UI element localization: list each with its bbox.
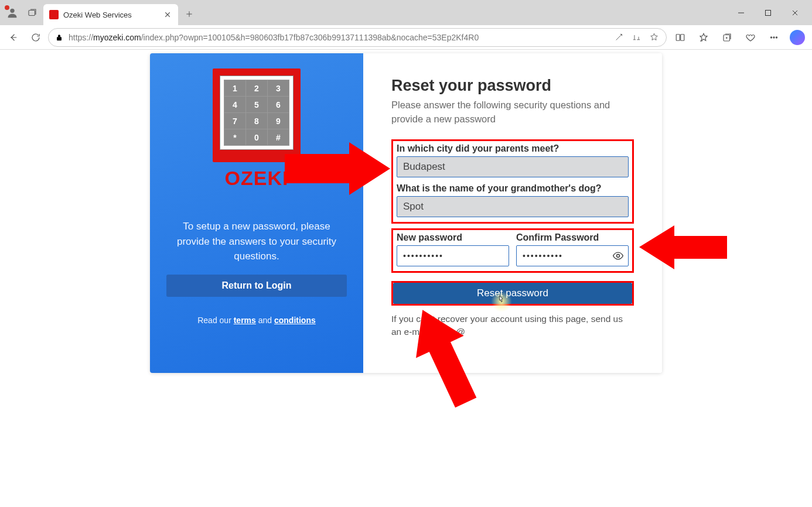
svg-point-10: [617, 254, 620, 257]
window-minimize[interactable]: [728, 4, 755, 22]
profile-notify-dot: [5, 5, 9, 10]
page-title: Reset your password: [391, 77, 634, 95]
left-description: To setup a new password, please provide …: [166, 219, 347, 264]
confirm-password-label: Confirm Password: [516, 232, 629, 243]
reader-button[interactable]: [612, 31, 625, 44]
password-box: New password Confirm Password: [391, 228, 634, 273]
heart-pulse-icon: [745, 32, 756, 43]
new-password-input[interactable]: [397, 245, 509, 266]
arrow-left-icon: [8, 32, 19, 43]
performance-button[interactable]: [739, 28, 762, 47]
tab-title: Ozeki Web Services: [63, 11, 158, 19]
star-list-icon: [698, 32, 709, 43]
lock-icon: [54, 33, 64, 42]
favorites-add-button[interactable]: [647, 31, 660, 44]
question-1-input[interactable]: [397, 156, 629, 177]
reveal-password-button[interactable]: [612, 250, 624, 262]
browser-titlebar: Ozeki Web Services: [0, 0, 812, 25]
browser-toolbar: https://myozeki.com/index.php?owpn=10010…: [0, 25, 812, 50]
new-tab-button[interactable]: [180, 5, 198, 23]
text-size-icon: [632, 32, 642, 42]
site-permissions-button[interactable]: [54, 33, 64, 42]
svg-point-0: [10, 8, 14, 12]
settings-menu-button[interactable]: [763, 28, 785, 47]
plus-icon: [185, 9, 194, 19]
security-questions-box: In which city did your parents meet? Wha…: [391, 139, 634, 224]
return-login-button[interactable]: Return to Login: [166, 275, 347, 297]
new-password-label: New password: [397, 232, 509, 243]
svg-rect-2: [766, 10, 771, 15]
maximize-icon: [765, 9, 772, 16]
svg-marker-12: [639, 225, 727, 269]
svg-marker-11: [285, 142, 390, 195]
toolbar-right: [669, 28, 808, 47]
conditions-link[interactable]: conditions: [274, 316, 316, 325]
question-2-input[interactable]: [397, 196, 629, 217]
url-text: https://myozeki.com/index.php?owpn=10010…: [69, 33, 608, 42]
left-footer: Read our terms and conditions: [197, 316, 316, 325]
svg-point-7: [770, 36, 772, 37]
reset-button-box: Reset password: [391, 281, 634, 306]
split-screen-button[interactable]: [669, 28, 691, 47]
svg-point-8: [773, 36, 775, 37]
annotation-arrow-left: [285, 142, 390, 195]
close-icon: [164, 11, 171, 18]
profile-button[interactable]: [4, 4, 21, 22]
split-icon: [675, 32, 685, 43]
page-subtitle: Please answer the following security que…: [391, 98, 634, 126]
refresh-icon: [30, 32, 41, 43]
collections-button[interactable]: [716, 28, 738, 47]
favorites-button[interactable]: [692, 28, 715, 47]
svg-marker-13: [400, 305, 488, 407]
svg-rect-4: [676, 34, 680, 40]
reset-password-button[interactable]: Reset password: [393, 283, 632, 304]
wand-icon: [614, 32, 624, 42]
svg-rect-5: [681, 34, 684, 40]
window-controls: [728, 4, 808, 22]
address-bar[interactable]: https://myozeki.com/index.php?owpn=10010…: [48, 28, 667, 47]
tab-close-button[interactable]: [163, 10, 172, 19]
page-viewport: 123456789*0# OZEKI To setup a new passwo…: [0, 50, 812, 507]
tab-actions-button[interactable]: [23, 4, 41, 22]
question-2-label: What is the name of your grandmother's d…: [397, 183, 629, 194]
tabs-icon: [27, 8, 37, 18]
copilot-button[interactable]: [786, 28, 808, 47]
browser-tab-active[interactable]: Ozeki Web Services: [43, 4, 178, 25]
annotation-arrow-bottom: [400, 305, 488, 407]
copilot-icon: [790, 30, 805, 45]
eye-icon: [612, 250, 624, 262]
svg-point-9: [776, 36, 777, 37]
collections-icon: [722, 32, 732, 43]
window-maximize[interactable]: [755, 4, 782, 22]
brand-name: OZEKI: [225, 167, 289, 190]
annotation-arrow-right: [639, 225, 727, 269]
tab-favicon: [49, 10, 59, 19]
more-icon: [769, 32, 779, 43]
question-1-label: In which city did your parents meet?: [397, 143, 629, 154]
close-icon: [791, 9, 799, 16]
minimize-icon: [738, 9, 745, 16]
nav-refresh-button[interactable]: [26, 28, 46, 47]
window-close[interactable]: [782, 4, 808, 22]
nav-back-button[interactable]: [4, 28, 23, 47]
svg-rect-1: [29, 10, 35, 15]
svg-rect-3: [57, 37, 62, 40]
left-panel: 123456789*0# OZEKI To setup a new passwo…: [150, 53, 363, 373]
read-aloud-button[interactable]: [630, 31, 643, 44]
terms-link[interactable]: terms: [234, 316, 256, 325]
star-icon: [649, 32, 659, 42]
